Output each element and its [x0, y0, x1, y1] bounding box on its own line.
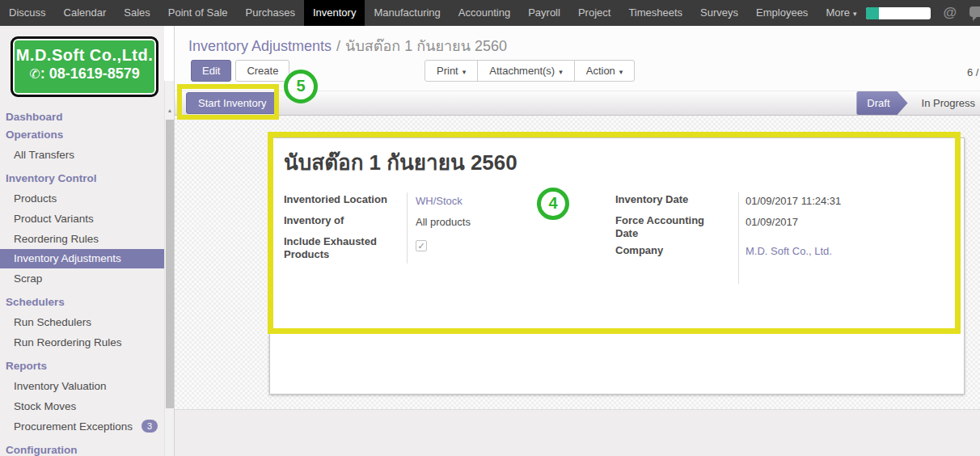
pager[interactable]: 6 /	[967, 66, 978, 78]
breadcrumb: Inventory Adjustments/นับสต๊อก 1 กันยายน…	[188, 34, 507, 57]
highlight-box-sheet	[268, 132, 961, 334]
action-dropdowns: Print▾ Attachment(s)▾ Action▾	[425, 60, 635, 82]
top-navbar: Discuss Calendar Sales Point of Sale Pur…	[0, 0, 980, 26]
attachments-dropdown[interactable]: Attachment(s)▾	[477, 60, 574, 82]
sidebar-section-schedulers: Schedulers	[0, 292, 164, 312]
chat-icon[interactable]	[969, 6, 980, 17]
sidebar-menu: Dashboard Operations All Transfers Inven…	[0, 109, 164, 456]
sidebar-item-run-schedulers[interactable]: Run Schedulers	[0, 312, 164, 332]
procurement-exceptions-badge: 3	[142, 420, 158, 433]
nav-discuss[interactable]: Discuss	[0, 0, 55, 26]
highlight-box-start-inventory	[177, 84, 279, 120]
app-window: Discuss Calendar Sales Point of Sale Pur…	[0, 0, 980, 456]
mentions-icon[interactable]: @	[944, 5, 957, 21]
breadcrumb-separator: /	[332, 38, 345, 54]
sidebar-item-all-transfers[interactable]: All Transfers	[0, 145, 164, 165]
state-draft[interactable]: Draft	[856, 91, 907, 115]
sidebar: M.D.Soft Co.,Ltd. ✆: 08-1619-8579 Dashbo…	[0, 26, 164, 456]
sidebar-scrollbar: ▲	[164, 81, 174, 456]
nav-inventory[interactable]: Inventory	[304, 0, 365, 26]
chevron-down-icon: ▾	[619, 68, 623, 76]
sidebar-item-product-variants[interactable]: Product Variants	[0, 209, 164, 229]
sidebar-item-procurement-exceptions[interactable]: 3 Procurement Exceptions	[0, 416, 164, 437]
breadcrumb-current: นับสต๊อก 1 กันยายน 2560	[345, 38, 507, 54]
nav-surveys[interactable]: Surveys	[691, 0, 747, 26]
chevron-down-icon: ▾	[853, 10, 857, 18]
nav-sales[interactable]: Sales	[115, 0, 159, 26]
sidebar-item-label: Procurement Exceptions	[14, 420, 133, 433]
nav-more-label: More	[826, 6, 850, 19]
footer-strip	[175, 409, 980, 456]
nav-manufacturing[interactable]: Manufacturing	[365, 0, 449, 26]
sidebar-item-reordering-rules[interactable]: Reordering Rules	[0, 229, 164, 249]
state-in-progress[interactable]: In Progress	[908, 97, 980, 109]
annotation-step-4: 4	[537, 188, 569, 220]
sidebar-item-run-reordering-rules[interactable]: Run Reordering Rules	[0, 332, 164, 353]
edit-button[interactable]: Edit	[191, 60, 231, 82]
action-dropdown[interactable]: Action▾	[574, 60, 636, 82]
phone-icon: ✆	[29, 67, 40, 81]
sidebar-section-inventory-control: Inventory Control	[0, 168, 164, 188]
create-button[interactable]: Create	[235, 60, 289, 82]
sidebar-item-stock-moves[interactable]: Stock Moves	[0, 396, 164, 416]
sidebar-section-reports: Reports	[0, 356, 164, 376]
status-states: Draft In Progress	[856, 91, 980, 115]
sidebar-item-inventory-valuation[interactable]: Inventory Valuation	[0, 376, 164, 396]
timer-progress	[866, 7, 879, 19]
nav-payroll[interactable]: Payroll	[519, 0, 569, 26]
nav-purchases[interactable]: Purchases	[237, 0, 304, 26]
nav-accounting[interactable]: Accounting	[450, 0, 519, 26]
nav-timesheets[interactable]: Timesheets	[619, 0, 691, 26]
nav-calendar[interactable]: Calendar	[55, 0, 116, 26]
nav-point-of-sale[interactable]: Point of Sale	[159, 0, 237, 26]
sidebar-item-dashboard[interactable]: Dashboard	[0, 109, 164, 125]
chevron-down-icon: ▾	[559, 68, 563, 76]
sidebar-section-operations: Operations	[0, 125, 164, 145]
chevron-down-icon: ▾	[463, 68, 467, 76]
sidebar-item-products[interactable]: Products	[0, 188, 164, 209]
nav-project[interactable]: Project	[569, 0, 619, 26]
company-logo-phone: ✆: 08-1619-8579	[13, 65, 156, 82]
sidebar-section-configuration: Configuration	[0, 440, 164, 456]
annotation-step-5: 5	[284, 70, 318, 103]
company-logo-name: M.D.Soft Co.,Ltd.	[13, 46, 156, 65]
sidebar-item-scrap[interactable]: Scrap	[0, 268, 164, 289]
print-dropdown[interactable]: Print▾	[425, 60, 478, 82]
nav-employees[interactable]: Employees	[747, 0, 817, 26]
navbar-right-cluster: @	[866, 0, 980, 26]
timer-widget[interactable]	[866, 7, 931, 19]
company-logo: M.D.Soft Co.,Ltd. ✆: 08-1619-8579	[11, 36, 158, 97]
record-buttons: Edit Create	[191, 60, 289, 82]
scrollbar-thumb[interactable]	[166, 120, 174, 408]
nav-more[interactable]: More▾	[817, 0, 865, 26]
breadcrumb-parent-link[interactable]: Inventory Adjustments	[188, 38, 332, 54]
sidebar-item-inventory-adjustments[interactable]: Inventory Adjustments	[0, 249, 164, 268]
